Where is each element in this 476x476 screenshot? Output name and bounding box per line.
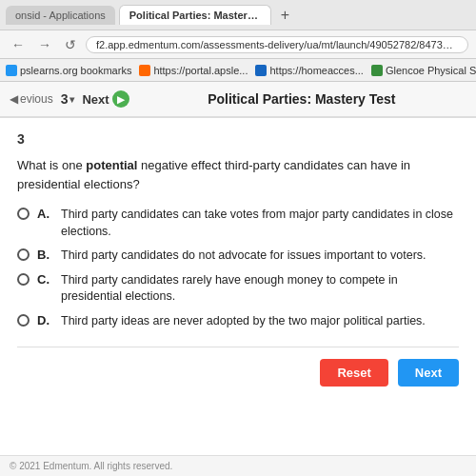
page-title: Political Parties: Mastery Test	[137, 91, 466, 107]
previous-button[interactable]: ◀ evious	[10, 92, 53, 106]
next-header-icon: ▶	[112, 90, 129, 108]
options-list: A. Third party candidates can take votes…	[17, 207, 459, 329]
bookmark-label-1: pslearns.org bookmarks	[20, 65, 131, 76]
copyright-text: © 2021 Edmentum. All rights reserved.	[10, 461, 172, 471]
app-header: ◀ evious 3 ▾ Next ▶ Political Parties: M…	[0, 82, 476, 118]
action-bar: Reset Next	[17, 351, 459, 390]
bookmark-icon-3	[255, 65, 267, 76]
action-divider	[17, 347, 459, 347]
next-header-label: Next	[82, 92, 109, 107]
footer: © 2021 Edmentum. All rights reserved.	[0, 455, 476, 476]
main-content: 3 What is one potential negative effect …	[0, 118, 476, 400]
option-c-label: C.	[37, 272, 50, 287]
browser-tab-bar: onsid - Applications Political Parties: …	[0, 0, 476, 30]
bookmark-4[interactable]: Glencoe Physical S...	[371, 65, 476, 76]
question-text-bold: potential	[86, 158, 137, 172]
question-text-before: What is one	[17, 158, 86, 172]
previous-label: evious	[20, 92, 53, 106]
bookmarks-bar: pslearns.org bookmarks https://portal.ap…	[0, 59, 476, 82]
tab-active[interactable]: Political Parties: Mastery Test	[119, 5, 271, 25]
bookmark-label-3: https://homeacces...	[269, 65, 363, 76]
question-number: 3	[17, 131, 459, 147]
bookmark-icon-1	[6, 65, 17, 76]
next-button[interactable]: Next	[398, 359, 459, 387]
bookmark-label-4: Glencoe Physical S...	[386, 65, 476, 76]
next-header-button[interactable]: Next ▶	[82, 90, 129, 108]
option-a-label: A.	[37, 207, 50, 221]
reset-button[interactable]: Reset	[320, 359, 387, 387]
radio-b[interactable]	[17, 248, 30, 261]
question-number-display: 3	[61, 91, 69, 107]
bookmark-2[interactable]: https://portal.apsle...	[139, 65, 248, 76]
option-a[interactable]: A. Third party candidates can take votes…	[17, 207, 459, 240]
address-bar: ← → ↺ f2.app.edmentum.com/assessments-de…	[0, 30, 476, 59]
back-button[interactable]: ←	[8, 35, 29, 54]
option-d[interactable]: D. Third party ideas are never adopted b…	[17, 313, 459, 330]
chevron-left-icon: ◀	[10, 92, 18, 106]
option-c[interactable]: C. Third party candidates rarely have en…	[17, 272, 459, 306]
forward-button[interactable]: →	[34, 35, 55, 54]
bookmark-icon-2	[139, 65, 150, 76]
question-dropdown-arrow: ▾	[69, 94, 74, 105]
url-input[interactable]: f2.app.edmentum.com/assessments-delivery…	[86, 36, 468, 53]
bookmark-icon-4	[371, 65, 383, 76]
tab-inactive[interactable]: onsid - Applications	[6, 6, 115, 25]
option-c-text: Third party candidates rarely have enoug…	[61, 272, 459, 306]
new-tab-button[interactable]: +	[275, 7, 295, 24]
option-b-label: B.	[37, 248, 50, 262]
bookmark-label-2: https://portal.apsle...	[153, 65, 248, 76]
radio-c[interactable]	[17, 273, 30, 286]
radio-d[interactable]	[17, 314, 30, 327]
question-counter[interactable]: 3 ▾	[61, 91, 75, 107]
bookmark-3[interactable]: https://homeacces...	[255, 65, 363, 76]
question-text: What is one potential negative effect th…	[17, 156, 459, 193]
option-b-text: Third party candidates do not advocate f…	[61, 248, 426, 265]
radio-a[interactable]	[17, 208, 30, 220]
reload-button[interactable]: ↺	[61, 35, 80, 54]
bookmark-1[interactable]: pslearns.org bookmarks	[6, 65, 131, 76]
option-b[interactable]: B. Third party candidates do not advocat…	[17, 248, 459, 265]
option-d-label: D.	[37, 313, 50, 327]
option-d-text: Third party ideas are never adopted by t…	[61, 313, 426, 330]
option-a-text: Third party candidates can take votes fr…	[61, 207, 459, 240]
